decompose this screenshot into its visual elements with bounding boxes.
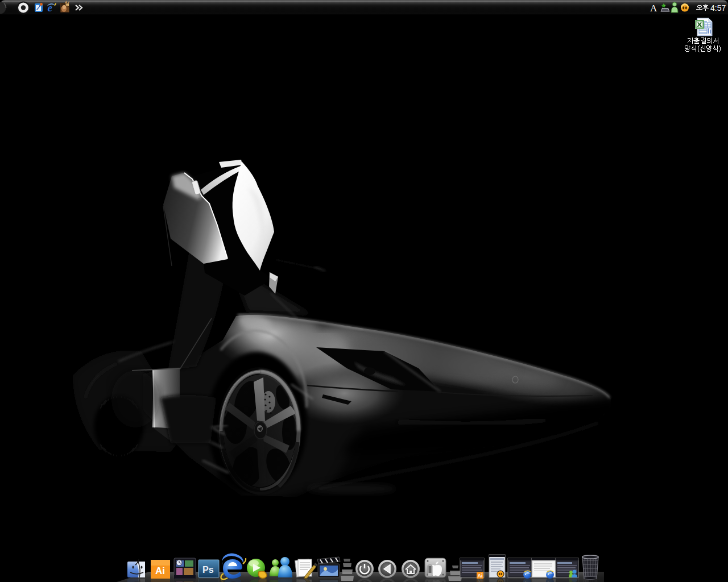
svg-text:Ai: Ai [155, 566, 165, 576]
svg-text:Ps: Ps [202, 565, 214, 575]
svg-text:Ai: Ai [478, 573, 483, 579]
